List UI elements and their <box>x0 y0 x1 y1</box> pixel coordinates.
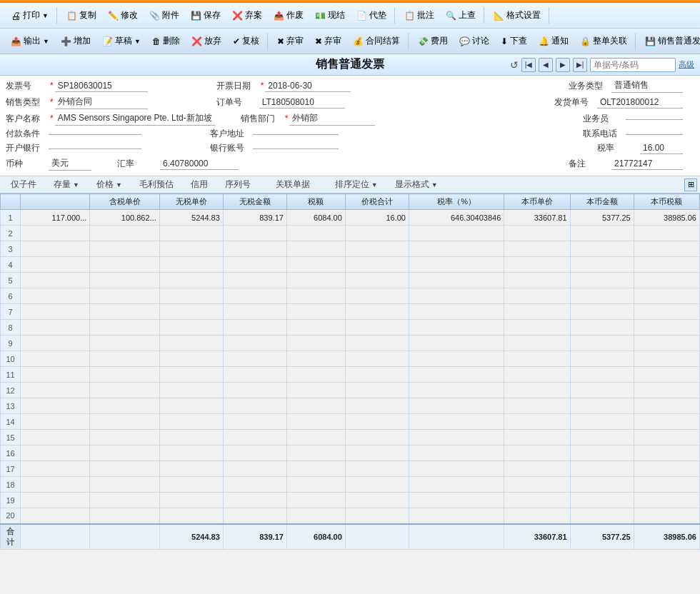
cell-noTaxPrice-15[interactable] <box>90 446 159 461</box>
cell-taxRate-10[interactable] <box>345 367 409 383</box>
order-no-value[interactable]: LT180508010 <box>259 96 345 109</box>
cell-noTaxPrice-16[interactable] <box>90 461 159 477</box>
cell-localTax-3[interactable] <box>570 257 634 273</box>
issue-date-value[interactable]: 2018-06-30 <box>265 80 351 92</box>
cell-noTaxAmount-12[interactable] <box>159 398 223 414</box>
tab-inventory[interactable]: 存量 ▼ <box>46 176 87 193</box>
biz-type-value[interactable]: 普通销售 <box>611 79 683 93</box>
cash-button[interactable]: 💵 现结 <box>310 7 350 24</box>
cell-localTotal-16[interactable] <box>634 461 699 477</box>
approve-button[interactable]: ✔ 复核 <box>228 33 264 49</box>
cell-taxRate-4[interactable] <box>345 273 409 288</box>
cell-localPrice-1[interactable] <box>409 226 504 241</box>
salesperson-value[interactable] <box>626 118 683 120</box>
cell-totalTax-18[interactable] <box>286 493 345 508</box>
tab-gross-profit[interactable]: 毛利预估 <box>131 176 181 193</box>
cell-noTaxPrice-19[interactable] <box>90 508 159 524</box>
tab-credit[interactable]: 信用 <box>183 176 216 193</box>
cell-localAmount-12[interactable] <box>504 398 570 414</box>
cell-totalTax-14[interactable] <box>286 430 345 446</box>
grid-container[interactable]: 含税单价 无税单价 无税金额 税额 价税合计 税率（%） 本币单价 本币金额 本… <box>0 193 700 550</box>
cell-totalTax-8[interactable] <box>286 336 345 351</box>
expense-button[interactable]: 💸 费用 <box>413 33 453 49</box>
cell-noTaxPrice-7[interactable] <box>90 320 159 336</box>
cell-totalTax-0[interactable]: 6084.00 <box>286 210 345 226</box>
remark-value[interactable]: 21772147 <box>611 158 683 170</box>
cell-taxRate-16[interactable] <box>345 461 409 477</box>
cell-noTaxPrice-9[interactable] <box>90 351 159 367</box>
cell-noTaxPrice-12[interactable] <box>90 398 159 414</box>
batch-button[interactable]: 📋 批注 <box>399 7 439 24</box>
cell-noTaxPrice-1[interactable] <box>90 226 159 241</box>
table-row[interactable]: 17 <box>1 461 700 477</box>
cell-localTax-7[interactable] <box>570 320 634 336</box>
cell-noTaxAmount-7[interactable] <box>159 320 223 336</box>
cell-localAmount-15[interactable] <box>504 446 570 461</box>
cell-noTaxAmount-2[interactable] <box>159 241 223 257</box>
cell-localAmount-16[interactable] <box>504 461 570 477</box>
cell-tax-0[interactable]: 839.17 <box>223 210 286 226</box>
cell-taxRate-1[interactable] <box>345 226 409 241</box>
cell-noTaxPrice-6[interactable] <box>90 304 159 320</box>
ship-no-value[interactable]: OLT201800012 <box>597 96 683 109</box>
table-row[interactable]: 6 <box>1 288 700 304</box>
cell-localPrice-17[interactable] <box>409 477 504 493</box>
cell-taxPrice-15[interactable] <box>21 446 90 461</box>
cell-localAmount-4[interactable] <box>504 273 570 288</box>
cell-taxPrice-11[interactable] <box>21 383 90 398</box>
cell-localTax-15[interactable] <box>570 446 634 461</box>
tab-price[interactable]: 价格 ▼ <box>89 176 130 193</box>
cell-localTotal-12[interactable] <box>634 398 699 414</box>
cell-localTax-1[interactable] <box>570 226 634 241</box>
cell-noTaxPrice-13[interactable] <box>90 414 159 430</box>
cell-taxPrice-13[interactable] <box>21 414 90 430</box>
abandon3-button[interactable]: ✖ 弃审 <box>310 33 346 49</box>
currency-value[interactable]: 美元 <box>49 156 91 171</box>
cell-localAmount-19[interactable] <box>504 508 570 524</box>
cell-taxRate-11[interactable] <box>345 383 409 398</box>
cell-tax-9[interactable] <box>223 351 286 367</box>
cell-taxRate-5[interactable] <box>345 288 409 304</box>
table-row[interactable]: 7 <box>1 304 700 320</box>
search-input[interactable] <box>590 58 676 72</box>
cell-taxPrice-4[interactable] <box>21 273 90 288</box>
abandon-button[interactable]: ❌ 弃案 <box>227 7 267 24</box>
down-check-button[interactable]: ⬇ 下查 <box>496 33 532 49</box>
cell-taxPrice-9[interactable] <box>21 351 90 367</box>
cell-taxPrice-2[interactable] <box>21 241 90 257</box>
cell-localTax-11[interactable] <box>570 383 634 398</box>
table-row[interactable]: 8 <box>1 320 700 336</box>
cell-totalTax-9[interactable] <box>286 351 345 367</box>
cell-localAmount-17[interactable] <box>504 477 570 493</box>
add-button[interactable]: ➕ 增加 <box>56 33 96 49</box>
nav-last-button[interactable]: ▶| <box>573 58 587 72</box>
cell-taxPrice-17[interactable] <box>21 477 90 493</box>
save-format-button[interactable]: 💾 销售普通发票打印 <box>640 33 700 49</box>
cell-tax-2[interactable] <box>223 241 286 257</box>
tax-rate-value[interactable]: 16.00 <box>640 142 683 154</box>
cell-taxPrice-5[interactable] <box>21 288 90 304</box>
cell-taxRate-0[interactable]: 16.00 <box>345 210 409 226</box>
cell-totalTax-11[interactable] <box>286 383 345 398</box>
exchange-rate-value[interactable]: 6.40780000 <box>160 158 239 170</box>
cell-totalTax-4[interactable] <box>286 273 345 288</box>
table-row[interactable]: 3 <box>1 241 700 257</box>
cell-noTaxAmount-4[interactable] <box>159 273 223 288</box>
cell-noTaxAmount-6[interactable] <box>159 304 223 320</box>
tab-child[interactable]: 仅子件 <box>3 176 44 193</box>
cell-localAmount-13[interactable] <box>504 414 570 430</box>
cell-taxRate-6[interactable] <box>345 304 409 320</box>
cell-taxRate-14[interactable] <box>345 430 409 446</box>
table-row[interactable]: 10 <box>1 351 700 367</box>
cell-taxPrice-8[interactable] <box>21 336 90 351</box>
cell-taxPrice-16[interactable] <box>21 461 90 477</box>
cell-localTotal-19[interactable] <box>634 508 699 524</box>
cell-taxRate-12[interactable] <box>345 398 409 414</box>
cell-localAmount-14[interactable] <box>504 430 570 446</box>
cell-noTaxPrice-14[interactable] <box>90 430 159 446</box>
customer-value[interactable]: AMS Sensors Singapore Pte. Ltd-新加坡 <box>55 111 215 126</box>
cell-localTotal-18[interactable] <box>634 493 699 508</box>
cell-localTotal-4[interactable] <box>634 273 699 288</box>
cell-taxPrice-0[interactable]: 117.000... <box>21 210 90 226</box>
sale-type-value[interactable]: 外销合同 <box>55 95 148 109</box>
